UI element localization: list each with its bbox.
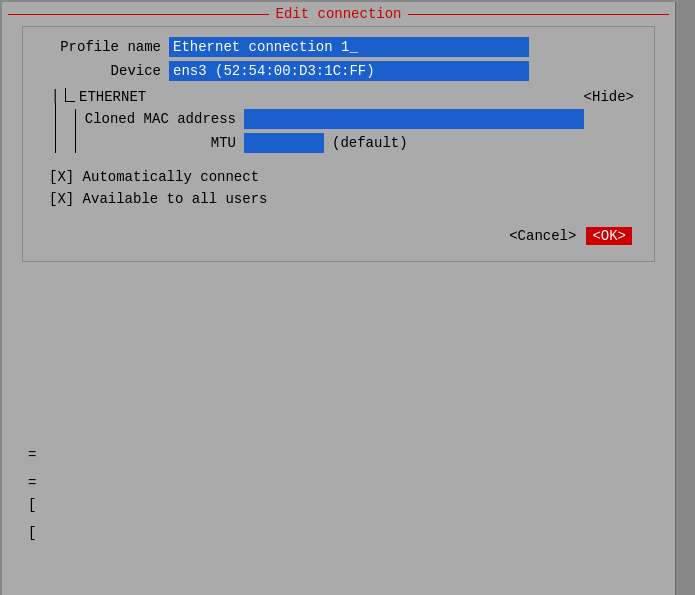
auto-connect-label[interactable]: [X] Automatically connect: [49, 169, 259, 185]
cloned-mac-row: Cloned MAC address: [84, 109, 638, 129]
dialog: Profile name Device | ETHERNET: [22, 26, 655, 262]
title-bar-line-right: [408, 14, 669, 15]
bottom-bracket-2: [: [28, 519, 36, 547]
all-users-row: [X] Available to all users: [49, 191, 638, 207]
dialog-title: Edit connection: [275, 6, 401, 22]
ok-button[interactable]: <OK>: [586, 227, 632, 245]
hide-button[interactable]: <Hide>: [580, 89, 638, 105]
title-bar-line-left: [8, 14, 269, 15]
device-input[interactable]: [169, 61, 529, 81]
ethernet-header-row: ETHERNET <Hide>: [49, 89, 638, 105]
section-left-indicator: |: [51, 89, 59, 153]
ethernet-section: | ETHERNET <Hide> Cloned MAC address: [49, 89, 638, 153]
mtu-label: MTU: [84, 135, 244, 151]
vert-bar-top: |: [51, 89, 59, 103]
checkboxes-section: [X] Automatically connect [X] Available …: [39, 169, 638, 207]
device-row: Device: [39, 61, 638, 81]
cloned-mac-input[interactable]: [244, 109, 584, 129]
profile-name-input[interactable]: [169, 37, 529, 57]
ethernet-content: Cloned MAC address MTU (default): [75, 109, 638, 153]
main-area: Edit connection Profile name Device |: [2, 2, 675, 595]
all-users-label[interactable]: [X] Available to all users: [49, 191, 267, 207]
bottom-bracket-1: [: [28, 491, 36, 519]
section-corner: [65, 88, 75, 102]
profile-name-row: Profile name: [39, 37, 638, 57]
outer-container: Edit connection Profile name Device |: [0, 0, 695, 595]
mtu-default-text: (default): [332, 135, 408, 151]
bottom-brackets: [ [: [28, 491, 36, 547]
mtu-row: MTU (default): [84, 133, 638, 153]
device-label: Device: [39, 63, 169, 79]
profile-name-label: Profile name: [39, 39, 169, 55]
title-bar: Edit connection: [2, 2, 675, 26]
auto-connect-row: [X] Automatically connect: [49, 169, 638, 185]
cancel-button[interactable]: <Cancel>: [505, 227, 580, 245]
ethernet-title: ETHERNET: [79, 89, 146, 105]
bottom-line-1: =: [28, 441, 36, 469]
scrollbar[interactable]: [675, 2, 693, 595]
buttons-area: <Cancel> <OK>: [39, 227, 638, 245]
cloned-mac-label: Cloned MAC address: [84, 111, 244, 127]
bottom-decorations: = =: [28, 441, 36, 497]
mtu-input[interactable]: [244, 133, 324, 153]
